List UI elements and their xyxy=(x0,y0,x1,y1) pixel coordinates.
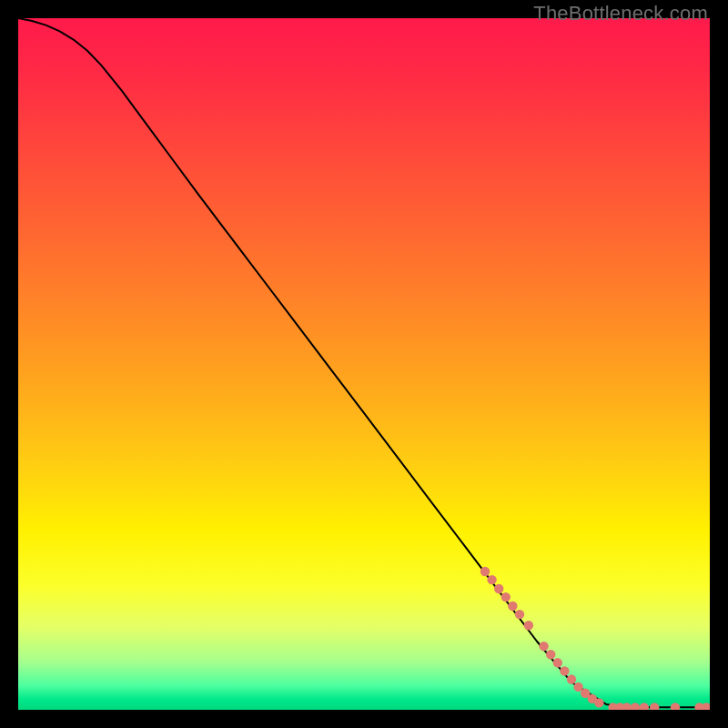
data-marker xyxy=(594,698,603,707)
data-marker xyxy=(480,567,490,576)
data-marker xyxy=(560,666,569,675)
data-marker xyxy=(546,650,555,659)
data-marker xyxy=(494,584,503,593)
data-marker xyxy=(515,610,524,619)
chart-frame xyxy=(18,18,710,710)
data-marker xyxy=(553,658,562,667)
data-marker xyxy=(524,621,533,630)
data-marker xyxy=(539,642,548,651)
data-marker xyxy=(487,575,496,584)
data-marker xyxy=(501,592,511,602)
watermark-text: TheBottleneck.com xyxy=(533,2,708,25)
data-marker xyxy=(508,602,517,611)
data-marker xyxy=(567,674,576,683)
chart-canvas xyxy=(18,18,710,710)
chart-background xyxy=(18,18,710,710)
